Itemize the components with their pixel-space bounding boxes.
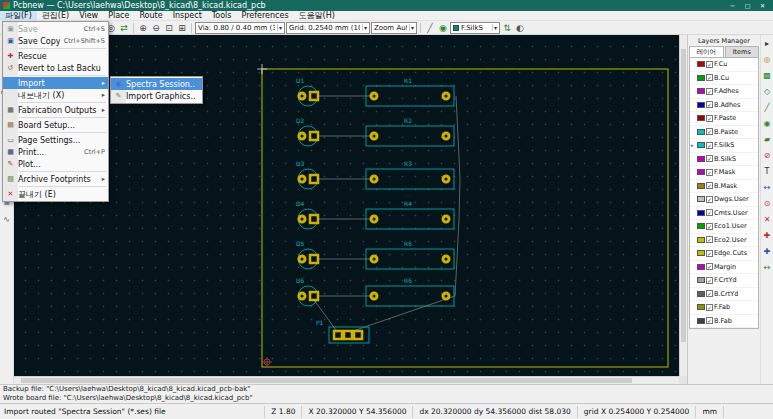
add-dimension-icon[interactable]: ↔ xyxy=(761,182,773,194)
local-ratsnest-icon[interactable]: ▩ xyxy=(761,70,773,82)
file-menu-item-save[interactable]: ▣SaveCtrl+S xyxy=(3,23,108,35)
layer-visibility-checkbox[interactable]: ✓ xyxy=(706,263,713,270)
import-submenu-item-import-graphics[interactable]: ✎Import Graphics... xyxy=(111,90,202,102)
via-size-combo[interactable]: Via: 0.80 / 0.40 mm (31.5 / 15.7 mils) *… xyxy=(195,22,285,34)
layer-visibility-checkbox[interactable]: ✓ xyxy=(706,74,713,81)
layer-visibility-checkbox[interactable]: ✓ xyxy=(706,250,713,257)
horizontal-scroll-thumb[interactable] xyxy=(21,378,633,383)
import-submenu-item-spectra-session[interactable]: ◉Spectra Session... xyxy=(111,78,202,90)
add-footprint-icon[interactable]: ◇ xyxy=(761,86,773,98)
layers-tab-items[interactable]: Items xyxy=(725,46,760,57)
menubar-item-f[interactable]: 파일(F) xyxy=(0,11,37,20)
layer-color-swatch[interactable] xyxy=(697,169,705,175)
menubar-item-h[interactable]: 도움말(H) xyxy=(294,11,340,20)
minimize-button[interactable]: ─ xyxy=(725,1,740,11)
drill-origin-icon[interactable]: ✚ xyxy=(761,230,773,242)
layer-color-swatch[interactable] xyxy=(697,129,705,135)
close-button[interactable]: ✕ xyxy=(755,1,770,11)
zoom-selection-icon[interactable]: ⊞ xyxy=(176,22,188,34)
layer-row-f-fab[interactable]: ✓F.Fab xyxy=(690,301,758,315)
high-contrast-toggle-icon[interactable]: ◐ xyxy=(514,22,526,34)
layer-visibility-checkbox[interactable]: ✓ xyxy=(706,182,713,189)
layer-color-swatch[interactable] xyxy=(697,75,705,81)
layer-color-swatch[interactable] xyxy=(697,264,705,270)
file-menu-item-revert-to-last-backup[interactable]: ↺Revert to Last Backup xyxy=(3,62,108,74)
layer-visibility-checkbox[interactable]: ✓ xyxy=(706,290,713,297)
layer-color-swatch[interactable] xyxy=(697,88,705,94)
layer-color-swatch[interactable] xyxy=(697,250,705,256)
layer-row-eco2-user[interactable]: ✓Eco2.User xyxy=(690,234,758,248)
layer-row-b-adhes[interactable]: ✓B.Adhes xyxy=(690,99,758,113)
layer-color-swatch[interactable] xyxy=(697,183,705,189)
file-menu-item-save-copy-as[interactable]: ▣Save Copy As...Ctrl+Shift+S xyxy=(3,35,108,47)
add-text-icon[interactable]: T xyxy=(761,166,773,178)
layer-visibility-checkbox[interactable]: ✓ xyxy=(706,223,713,230)
layer-pair-icon[interactable]: ⇅ xyxy=(501,22,513,34)
layer-color-swatch[interactable] xyxy=(697,61,705,67)
delete-tool-icon[interactable]: ✕ xyxy=(761,214,773,226)
menubar-item-e[interactable]: 편집(E) xyxy=(37,11,74,20)
layer-row-b-mask[interactable]: ✓B.Mask xyxy=(690,180,758,194)
layer-row-eco1-user[interactable]: ✓Eco1.User xyxy=(690,220,758,234)
file-menu-item-archive-footprints[interactable]: ▧Archive Footprints▸ xyxy=(3,173,108,185)
layer-visibility-checkbox[interactable]: ✓ xyxy=(706,115,713,122)
vertical-scroll-thumb[interactable] xyxy=(681,49,686,342)
add-via-icon[interactable]: ◉ xyxy=(761,118,773,130)
via-display-icon[interactable]: ◉ xyxy=(437,22,449,34)
file-menu-item-board-setup[interactable]: ▤Board Setup... xyxy=(3,119,108,131)
zoom-fit-icon[interactable]: ⊡ xyxy=(163,22,175,34)
layer-visibility-checkbox[interactable]: ✓ xyxy=(706,61,713,68)
maximize-button[interactable]: □ xyxy=(740,1,755,11)
layer-color-swatch[interactable] xyxy=(697,291,705,297)
layer-row-b-crtyd[interactable]: ✓B.CrtYd xyxy=(690,288,758,302)
layer-row-cmts-user[interactable]: ✓Cmts.User xyxy=(690,207,758,221)
active-layer-combo[interactable]: F.SilkS▾ xyxy=(450,22,500,34)
select-tool-icon[interactable]: ▸ xyxy=(761,38,773,50)
layer-color-swatch[interactable] xyxy=(697,304,705,310)
layer-row-f-cu[interactable]: ✓F.Cu xyxy=(690,58,758,72)
layer-visibility-checkbox[interactable]: ✓ xyxy=(706,101,713,108)
layer-color-swatch[interactable] xyxy=(697,142,705,148)
file-menu-item-import[interactable]: Import▸ xyxy=(3,77,108,89)
layer-visibility-checkbox[interactable]: ✓ xyxy=(706,236,713,243)
layer-row-f-silks[interactable]: ▸✓F.SilkS xyxy=(690,139,758,153)
highlight-net-icon[interactable]: ◎ xyxy=(761,54,773,66)
file-menu-item-x[interactable]: 내보내기 (X)▸ xyxy=(3,89,108,101)
layer-visibility-checkbox[interactable]: ✓ xyxy=(706,304,713,311)
layer-row-b-silks[interactable]: ✓B.SilkS xyxy=(690,153,758,167)
route-tracks-icon[interactable]: ╱ xyxy=(761,102,773,114)
file-menu-item-e[interactable]: ✕끝내기 (E) xyxy=(3,188,108,200)
layer-row-b-paste[interactable]: ✓B.Paste xyxy=(690,126,758,140)
menubar-item-place[interactable]: Place xyxy=(103,11,134,20)
layer-color-swatch[interactable] xyxy=(697,237,705,243)
menubar-item-view[interactable]: View xyxy=(74,11,103,20)
zoom-combo[interactable]: Zoom Auto▾ xyxy=(371,22,417,34)
layer-visibility-checkbox[interactable]: ✓ xyxy=(706,169,713,176)
grid-origin-icon[interactable]: ✚ xyxy=(761,246,773,258)
menubar-item-preferences[interactable]: Preferences xyxy=(237,11,294,20)
layer-color-swatch[interactable] xyxy=(697,102,705,108)
menubar-item-inspect[interactable]: Inspect xyxy=(168,11,207,20)
file-menu-item-print[interactable]: ▦Print...Ctrl+P xyxy=(3,146,108,158)
layer-row-b-cu[interactable]: ✓B.Cu xyxy=(690,72,758,86)
layer-color-swatch[interactable] xyxy=(697,156,705,162)
layers-tab-item-0[interactable]: 레이어 xyxy=(689,46,724,57)
microwave-tools-icon[interactable]: ∿ xyxy=(1,214,13,226)
layer-row-f-paste[interactable]: ✓F.Paste xyxy=(690,112,758,126)
add-target-icon[interactable]: ⊙ xyxy=(761,198,773,210)
layer-visibility-checkbox[interactable]: ✓ xyxy=(706,128,713,135)
layer-row-edge-cuts[interactable]: ✓Edge.Cuts xyxy=(690,247,758,261)
menubar-item-tools[interactable]: Tools xyxy=(207,11,237,20)
add-keepout-icon[interactable]: ⊘ xyxy=(761,150,773,162)
layer-row-f-mask[interactable]: ✓F.Mask xyxy=(690,166,758,180)
layer-visibility-checkbox[interactable]: ✓ xyxy=(706,155,713,162)
layer-row-b-fab[interactable]: ✓B.Fab xyxy=(690,315,758,329)
layer-visibility-checkbox[interactable]: ✓ xyxy=(706,209,713,216)
layer-row-f-adhes[interactable]: ✓F.Adhes xyxy=(690,85,758,99)
add-zone-icon[interactable]: ▰ xyxy=(761,134,773,146)
layer-visibility-checkbox[interactable]: ✓ xyxy=(706,317,713,324)
layer-color-swatch[interactable] xyxy=(697,196,705,202)
file-menu-item-page-settings[interactable]: ▭Page Settings... xyxy=(3,134,108,146)
layer-visibility-checkbox[interactable]: ✓ xyxy=(706,277,713,284)
canvas-horizontal-scrollbar[interactable] xyxy=(14,376,679,384)
